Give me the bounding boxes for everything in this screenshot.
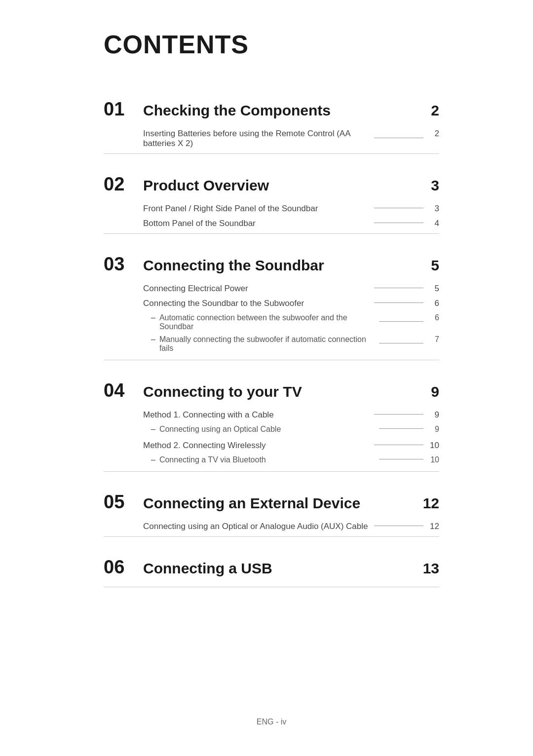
section-header-05: 05 Connecting an External Device 12 bbox=[104, 491, 439, 513]
toc-entry-text-02-0: Front Panel / Right Side Panel of the So… bbox=[143, 204, 368, 214]
section-title-04: Connecting to your TV bbox=[143, 383, 421, 400]
toc-entry-02-1: Bottom Panel of the Soundbar 4 bbox=[104, 219, 439, 228]
toc-entry-text-03-1: Connecting the Soundbar to the Subwoofer bbox=[143, 299, 368, 308]
sub-entry-text-04-1-0: Connecting a TV via Bluetooth bbox=[159, 455, 373, 464]
section-number-06: 06 bbox=[104, 557, 143, 578]
toc-entry-text-02-1: Bottom Panel of the Soundbar bbox=[143, 219, 368, 228]
toc-entry-04-0: Method 1. Connecting with a Cable 9 bbox=[104, 410, 439, 420]
footer-text: ENG - iv bbox=[257, 718, 286, 726]
toc-entry-page-04-1: 10 bbox=[429, 441, 439, 451]
section-title-03: Connecting the Soundbar bbox=[143, 257, 421, 274]
page-container: CONTENTS 01 Checking the Components 2 In… bbox=[74, 0, 459, 756]
section-page-01: 2 bbox=[431, 102, 439, 119]
toc-entry-text-04-1: Method 2. Connecting Wirelessly bbox=[143, 441, 368, 451]
sub-entry-04-1-0: – Connecting a TV via Bluetooth 10 bbox=[104, 455, 439, 464]
section-title-01: Checking the Components bbox=[143, 102, 421, 119]
page-title: CONTENTS bbox=[104, 30, 439, 59]
toc-entry-01-0: Inserting Batteries before using the Rem… bbox=[104, 129, 439, 149]
footer: ENG - iv bbox=[104, 698, 439, 726]
section-number-02: 02 bbox=[104, 174, 143, 195]
sub-group-04-1: Method 2. Connecting Wirelessly 10 – Con… bbox=[104, 441, 439, 464]
section-header-06: 06 Connecting a USB 13 bbox=[104, 557, 439, 578]
toc-entry-page-01-0: 2 bbox=[429, 129, 439, 139]
toc-section-04: 04 Connecting to your TV 9 Method 1. Con… bbox=[104, 365, 439, 472]
section-page-05: 12 bbox=[423, 495, 439, 512]
sub-entry-dots-03-1-0 bbox=[379, 321, 423, 322]
toc-entry-dots-02-0 bbox=[374, 208, 423, 208]
toc-entry-dots-01-0 bbox=[374, 138, 423, 138]
divider-03 bbox=[104, 360, 439, 360]
toc-entry-text-05-0: Connecting using an Optical or Analogue … bbox=[143, 522, 368, 531]
toc-entry-page-02-1: 4 bbox=[429, 219, 439, 228]
section-header-04: 04 Connecting to your TV 9 bbox=[104, 380, 439, 401]
sub-entry-text-03-1-0: Automatic connection between the subwoof… bbox=[159, 313, 373, 331]
section-number-05: 05 bbox=[104, 491, 143, 513]
divider-06 bbox=[104, 587, 439, 587]
toc-entry-text-03-0: Connecting Electrical Power bbox=[143, 284, 368, 294]
sub-entry-page-04-0-0: 9 bbox=[429, 425, 439, 434]
section-page-06: 13 bbox=[423, 560, 439, 577]
sub-dash-04-1-0: – bbox=[151, 455, 155, 464]
section-number-04: 04 bbox=[104, 380, 143, 401]
toc-section-05: 05 Connecting an External Device 12 Conn… bbox=[104, 477, 439, 537]
sub-entry-03-1-0: – Automatic connection between the subwo… bbox=[104, 313, 439, 331]
toc-entry-text-01-0: Inserting Batteries before using the Rem… bbox=[143, 129, 368, 149]
section-page-04: 9 bbox=[431, 383, 439, 400]
toc-entry-text-04-0: Method 1. Connecting with a Cable bbox=[143, 410, 368, 420]
toc-entry-page-03-1: 6 bbox=[429, 299, 439, 308]
section-number-01: 01 bbox=[104, 99, 143, 120]
toc-entry-page-05-0: 12 bbox=[429, 522, 439, 531]
toc-section-03: 03 Connecting the Soundbar 5 Connecting … bbox=[104, 239, 439, 360]
sub-group-04-0: Method 1. Connecting with a Cable 9 – Co… bbox=[104, 410, 439, 434]
sub-entry-03-1-1: – Manually connecting the subwoofer if a… bbox=[104, 335, 439, 353]
sub-dash-03-1-0: – bbox=[151, 313, 155, 322]
sub-entry-dots-04-0-0 bbox=[379, 428, 423, 429]
toc-entry-dots-02-1 bbox=[374, 223, 423, 223]
toc-entry-page-02-0: 3 bbox=[429, 204, 439, 214]
sub-entry-page-03-1-1: 7 bbox=[429, 335, 439, 344]
sub-group-03: Connecting the Soundbar to the Subwoofer… bbox=[104, 299, 439, 353]
toc-entry-page-03-0: 5 bbox=[429, 284, 439, 294]
divider-04 bbox=[104, 471, 439, 472]
divider-05 bbox=[104, 536, 439, 537]
sub-entry-text-03-1-1: Manually connecting the subwoofer if aut… bbox=[159, 335, 373, 353]
toc-entry-03-0: Connecting Electrical Power 5 bbox=[104, 284, 439, 294]
sub-entry-page-04-1-0: 10 bbox=[429, 455, 439, 464]
toc-entry-04-1: Method 2. Connecting Wirelessly 10 bbox=[104, 441, 439, 451]
toc-section-01: 01 Checking the Components 2 Inserting B… bbox=[104, 84, 439, 154]
toc-section-02: 02 Product Overview 3 Front Panel / Righ… bbox=[104, 159, 439, 234]
sub-dash-03-1-1: – bbox=[151, 335, 155, 344]
sub-entry-page-03-1-0: 6 bbox=[429, 313, 439, 322]
section-title-05: Connecting an External Device bbox=[143, 495, 413, 512]
toc-entry-05-0: Connecting using an Optical or Analogue … bbox=[104, 522, 439, 531]
toc-entry-03-1: Connecting the Soundbar to the Subwoofer… bbox=[104, 299, 439, 308]
section-header-01: 01 Checking the Components 2 bbox=[104, 99, 439, 120]
section-header-03: 03 Connecting the Soundbar 5 bbox=[104, 254, 439, 275]
divider-02 bbox=[104, 233, 439, 234]
sub-entry-text-04-0-0: Connecting using an Optical Cable bbox=[159, 425, 373, 434]
toc-entry-dots-03-0 bbox=[374, 288, 423, 288]
toc-entry-dots-03-1 bbox=[374, 302, 423, 303]
sub-entry-04-0-0: – Connecting using an Optical Cable 9 bbox=[104, 425, 439, 434]
toc-entry-dots-04-1 bbox=[374, 445, 423, 445]
section-number-03: 03 bbox=[104, 254, 143, 275]
section-page-02: 3 bbox=[431, 177, 439, 194]
toc-entry-02-0: Front Panel / Right Side Panel of the So… bbox=[104, 204, 439, 214]
section-title-06: Connecting a USB bbox=[143, 560, 413, 577]
toc-entry-dots-04-0 bbox=[374, 414, 423, 415]
section-title-02: Product Overview bbox=[143, 177, 421, 194]
sub-entry-dots-04-1-0 bbox=[379, 459, 423, 459]
toc-section-06: 06 Connecting a USB 13 bbox=[104, 542, 439, 587]
section-page-03: 5 bbox=[431, 257, 439, 274]
section-header-02: 02 Product Overview 3 bbox=[104, 174, 439, 195]
divider-01 bbox=[104, 153, 439, 154]
sub-entry-dots-03-1-1 bbox=[379, 343, 423, 343]
sub-dash-04-0-0: – bbox=[151, 425, 155, 434]
toc-entry-dots-05-0 bbox=[374, 526, 423, 526]
toc-entry-page-04-0: 9 bbox=[429, 410, 439, 420]
